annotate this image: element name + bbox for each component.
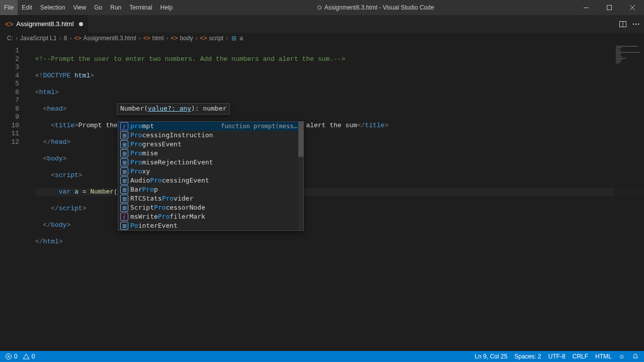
- suggestion-item[interactable]: ƒmsWriteProfilerMark: [118, 212, 303, 221]
- suggest-scrollbar[interactable]: [298, 122, 303, 230]
- status-notifications-icon[interactable]: [632, 353, 639, 360]
- breadcrumb-symbol[interactable]: <>body: [171, 35, 193, 42]
- suggestion-label: prompt: [130, 122, 219, 131]
- window-title-text: Assignment8.3.html - Visual Studio Code: [325, 4, 434, 11]
- svg-point-7: [635, 23, 637, 25]
- menu-selection[interactable]: Selection: [36, 0, 69, 15]
- variable-icon: ⊞: [120, 186, 128, 194]
- menu-run[interactable]: Run: [106, 0, 125, 15]
- status-encoding[interactable]: UTF-8: [548, 353, 566, 360]
- suggestion-detail: function prompt(messa…: [221, 122, 301, 131]
- variable-icon: ⊞: [120, 204, 128, 212]
- code-editor[interactable]: 123456789101112 <!--Prompt the user to e…: [0, 44, 644, 351]
- status-warnings[interactable]: 0: [23, 353, 35, 360]
- breadcrumb[interactable]: C:› JavaScript L1› 8› <>Assignment8.3.ht…: [0, 33, 644, 44]
- svg-rect-1: [607, 6, 612, 10]
- line-number: 11: [0, 130, 28, 138]
- breadcrumb-folder[interactable]: JavaScript L1: [20, 35, 57, 42]
- suggestion-item[interactable]: ⊞AudioProcessingEvent: [118, 176, 303, 185]
- status-indentation[interactable]: Spaces: 2: [514, 353, 541, 360]
- minimize-button[interactable]: [575, 0, 598, 15]
- breadcrumb-root[interactable]: C:: [7, 35, 13, 42]
- signature-help-tooltip: Number(value?: any): number: [117, 103, 230, 115]
- menu-edit[interactable]: Edit: [18, 0, 36, 15]
- suggestion-item[interactable]: ⊞Promise: [118, 149, 303, 158]
- line-number: 12: [0, 138, 28, 147]
- menu-file[interactable]: File: [0, 0, 18, 15]
- method-icon: ƒ: [120, 122, 128, 130]
- breadcrumb-symbol[interactable]: <>script: [200, 35, 223, 42]
- minimap[interactable]: [614, 44, 644, 351]
- symbol-icon: <>: [171, 35, 178, 42]
- suggestion-label: msWriteProfilerMark: [130, 213, 301, 221]
- chevron-right-icon: ›: [14, 35, 19, 42]
- status-errors[interactable]: 0: [5, 353, 18, 360]
- modified-dot-icon: [317, 6, 321, 10]
- suggestion-label: BarProp: [130, 186, 301, 194]
- suggestion-item[interactable]: ⊞RTCStatsProvider: [118, 194, 303, 203]
- status-cursor-position[interactable]: Ln 9, Col 25: [475, 353, 508, 360]
- suggestion-item[interactable]: ⊞PointerEvent: [118, 221, 303, 230]
- line-number: 10: [0, 122, 28, 130]
- chevron-right-icon: ›: [58, 35, 63, 42]
- menu-help[interactable]: Help: [156, 0, 177, 15]
- line-number: 6: [0, 88, 28, 97]
- status-feedback-icon[interactable]: ☺: [619, 353, 625, 360]
- line-number: 5: [0, 80, 28, 88]
- autocomplete-popup[interactable]: ƒpromptfunction prompt(messa…⊞Processing…: [118, 121, 304, 231]
- breadcrumb-folder[interactable]: 8: [64, 35, 67, 42]
- suggestion-label: PromiseRejectionEvent: [130, 158, 301, 167]
- menu-go[interactable]: Go: [90, 0, 106, 15]
- chevron-right-icon: ›: [137, 35, 142, 42]
- variable-icon: ⊞: [120, 149, 128, 157]
- line-number: 9: [0, 113, 28, 122]
- tab-assignment-html[interactable]: <> Assignment8.3.html: [0, 15, 89, 33]
- symbol-icon: <>: [143, 35, 150, 42]
- variable-icon: ⊞: [120, 222, 128, 230]
- menu-view[interactable]: View: [69, 0, 90, 15]
- maximize-button[interactable]: [598, 0, 621, 15]
- svg-rect-0: [584, 8, 589, 8]
- variable-icon: ⊞: [120, 167, 128, 175]
- suggestion-label: Proxy: [130, 167, 301, 176]
- line-number: 7: [0, 97, 28, 105]
- code-comment: <!--Prompt the user to enter two numbers…: [35, 55, 345, 63]
- svg-point-8: [638, 23, 639, 25]
- menubar: FileEditSelectionViewGoRunTerminalHelp: [0, 0, 177, 15]
- close-button[interactable]: [621, 0, 644, 15]
- breadcrumb-file[interactable]: <>Assignment8.3.html: [74, 35, 136, 42]
- variable-icon: ⊞: [120, 140, 128, 148]
- menu-terminal[interactable]: Terminal: [125, 0, 156, 15]
- suggestion-item[interactable]: ⊞PromiseRejectionEvent: [118, 158, 303, 167]
- breadcrumb-symbol[interactable]: ⊞a: [230, 35, 243, 42]
- html-file-icon: <>: [74, 35, 81, 42]
- suggestion-label: ScriptProcessorNode: [130, 204, 301, 212]
- tab-modified-dot-icon: [79, 22, 83, 26]
- variable-icon: ⊞: [120, 158, 128, 166]
- suggestion-item[interactable]: ⊞ProgressEvent: [118, 140, 303, 149]
- status-language[interactable]: HTML: [595, 353, 612, 360]
- line-number: 8: [0, 105, 28, 114]
- suggestion-item[interactable]: ⊞ScriptProcessorNode: [118, 203, 303, 212]
- main-area: 123456789101112 <!--Prompt the user to e…: [0, 44, 644, 351]
- window-title: Assignment8.3.html - Visual Studio Code: [177, 4, 575, 11]
- suggestion-label: ProgressEvent: [130, 140, 301, 149]
- suggestion-label: AudioProcessingEvent: [130, 176, 301, 185]
- window-controls: [575, 0, 644, 15]
- chevron-right-icon: ›: [165, 35, 170, 42]
- breadcrumb-symbol[interactable]: <>html: [143, 35, 164, 42]
- status-eol[interactable]: CRLF: [573, 353, 588, 360]
- line-number: 2: [0, 55, 28, 64]
- suggestion-item[interactable]: ⊞BarProp: [118, 185, 303, 194]
- suggestion-item[interactable]: ⊞ProcessingInstruction: [118, 131, 303, 140]
- status-bar: 0 0 Ln 9, Col 25 Spaces: 2 UTF-8 CRLF HT…: [0, 351, 644, 362]
- suggestion-label: ProcessingInstruction: [130, 131, 301, 140]
- suggestion-item[interactable]: ƒpromptfunction prompt(messa…: [118, 122, 303, 131]
- chevron-right-icon: ›: [194, 35, 199, 42]
- split-editor-icon[interactable]: [619, 20, 627, 28]
- tab-bar: <> Assignment8.3.html: [0, 15, 644, 33]
- suggestion-item[interactable]: ⊞Proxy: [118, 167, 303, 176]
- more-actions-icon[interactable]: [632, 20, 640, 28]
- line-number-gutter: 123456789101112: [0, 47, 28, 146]
- scrollbar-thumb[interactable]: [298, 122, 303, 157]
